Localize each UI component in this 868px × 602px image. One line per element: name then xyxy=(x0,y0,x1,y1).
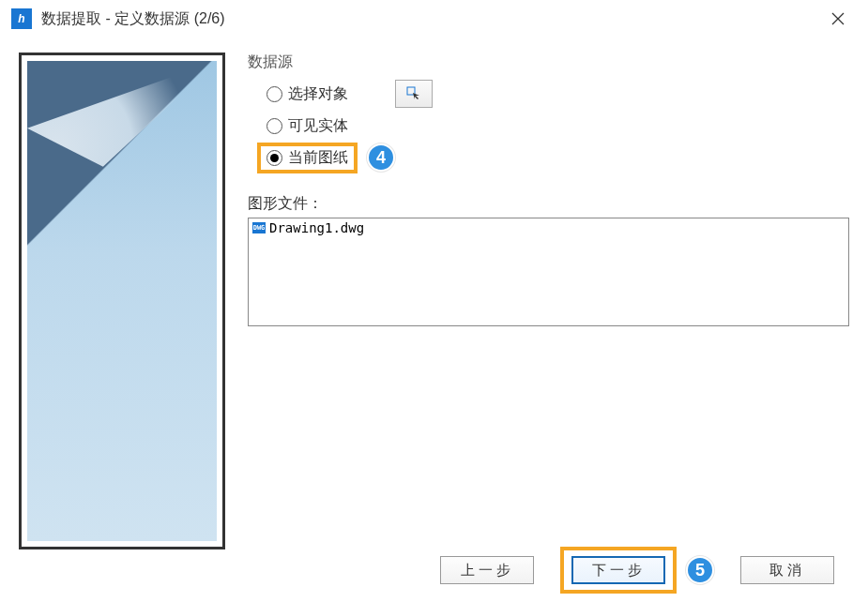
cancel-button[interactable]: 取消 xyxy=(740,556,834,584)
data-source-radio-group: 选择对象 可见实体 当 xyxy=(248,78,849,173)
radio-label-text: 当前图纸 xyxy=(288,148,348,168)
drawing-files-label: 图形文件： xyxy=(248,194,849,214)
next-button[interactable]: 下一步 xyxy=(571,556,665,584)
select-icon xyxy=(406,86,421,101)
highlight-box-5: 下一步 xyxy=(560,547,677,594)
radio-row-select-objects: 选择对象 xyxy=(266,78,849,110)
radio-current-drawing[interactable]: 当前图纸 xyxy=(266,148,348,168)
radio-label-text: 选择对象 xyxy=(288,84,348,104)
radio-select-objects[interactable]: 选择对象 xyxy=(266,84,348,104)
data-source-label: 数据源 xyxy=(248,53,849,72)
prev-button[interactable]: 上一步 xyxy=(440,556,534,584)
preview-graphic xyxy=(27,61,217,541)
dwg-file-icon: DWG xyxy=(252,222,266,233)
button-bar: 上一步 下一步 5 取消 xyxy=(0,544,868,596)
radio-icon-checked xyxy=(266,150,282,166)
callout-badge-5: 5 xyxy=(686,556,714,584)
list-item[interactable]: DWG Drawing1.dwg xyxy=(251,220,846,235)
preview-pane xyxy=(19,53,225,549)
button-label: 取消 xyxy=(769,562,805,579)
radio-row-current-drawing: 当前图纸 4 xyxy=(266,142,849,173)
button-label: 下一步 xyxy=(592,562,646,579)
titlebar: h 数据提取 - 定义数据源 (2/6) xyxy=(0,0,868,38)
file-name: Drawing1.dwg xyxy=(269,220,364,235)
options-pane: 数据源 选择对象 可见实体 xyxy=(248,53,849,544)
button-label: 上一步 xyxy=(461,562,514,579)
close-button[interactable] xyxy=(819,5,857,33)
app-icon: h xyxy=(11,8,32,29)
radio-icon xyxy=(266,86,282,102)
highlight-box-4: 当前图纸 xyxy=(257,143,358,173)
select-objects-button[interactable] xyxy=(395,80,433,108)
radio-icon xyxy=(266,118,282,134)
window-title: 数据提取 - 定义数据源 (2/6) xyxy=(41,9,225,29)
radio-visible-entities[interactable]: 可见实体 xyxy=(266,116,348,136)
radio-label-text: 可见实体 xyxy=(288,116,348,136)
content-area: 数据源 选择对象 可见实体 xyxy=(0,38,868,544)
callout-badge-4: 4 xyxy=(367,143,395,172)
close-icon xyxy=(831,12,845,25)
drawing-files-list[interactable]: DWG Drawing1.dwg xyxy=(248,218,849,326)
radio-row-visible-entities: 可见实体 xyxy=(266,110,849,142)
